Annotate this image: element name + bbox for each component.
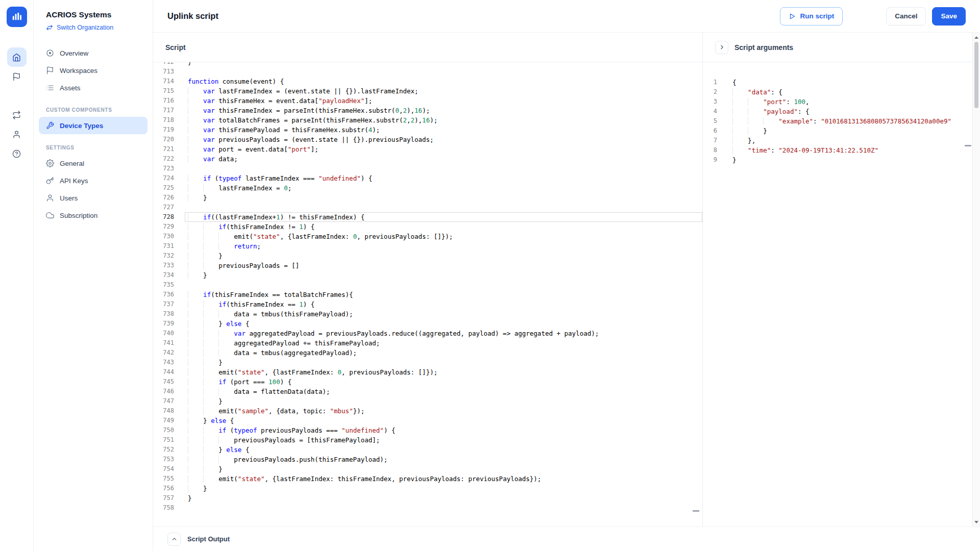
code-line-716[interactable]: 716 var thisFrameHex = event.data["paylo… bbox=[153, 96, 702, 106]
sidebar-item-users[interactable]: Users bbox=[39, 189, 148, 207]
code-line-content[interactable]: } bbox=[185, 484, 702, 493]
code-line-content[interactable]: { bbox=[725, 78, 972, 87]
code-line-736[interactable]: 736 if(thisFrameIndex == totalBatchFrame… bbox=[153, 290, 702, 299]
code-line-content[interactable] bbox=[185, 67, 702, 77]
code-line-content[interactable]: }, bbox=[725, 136, 972, 145]
code-line-739[interactable]: 739 } else { bbox=[153, 319, 702, 329]
code-line-712[interactable]: 712} bbox=[153, 62, 702, 67]
code-line-content[interactable]: data = tmbus(aggregatedPayload); bbox=[185, 348, 702, 358]
code-line-content[interactable]: data = flattenData(data); bbox=[185, 387, 702, 396]
sidebar-item-workspaces[interactable]: Workspaces bbox=[39, 62, 148, 79]
code-line-content[interactable]: emit("sample", {data, topic: "mbus"}); bbox=[185, 406, 702, 416]
code-line-content[interactable]: previousPayloads = [thisFramePayload]; bbox=[185, 435, 702, 445]
code-line-content[interactable]: } bbox=[185, 358, 702, 367]
code-line-content[interactable]: var totalBatchFrames = parseInt(thisFram… bbox=[185, 115, 702, 125]
code-line-744[interactable]: 744 emit("state", {lastFrameIndex: 0, pr… bbox=[153, 367, 702, 377]
expand-output-button[interactable] bbox=[167, 533, 181, 546]
rail-swap-button[interactable] bbox=[7, 105, 27, 124]
sidebar-item-device-types[interactable]: Device Types bbox=[39, 117, 148, 134]
code-line-6[interactable]: 6 } bbox=[703, 126, 972, 136]
collapse-args-button[interactable] bbox=[715, 41, 728, 54]
acrios-logo[interactable] bbox=[7, 7, 27, 27]
code-line-726[interactable]: 726 } bbox=[153, 193, 702, 203]
code-line-content[interactable]: var port = event.data["port"]; bbox=[185, 144, 702, 154]
rail-user-button[interactable] bbox=[7, 124, 27, 144]
code-line-722[interactable]: 722 var data; bbox=[153, 154, 702, 164]
code-line-content[interactable]: } else { bbox=[185, 416, 702, 425]
code-line-748[interactable]: 748 emit("sample", {data, topic: "mbus"}… bbox=[153, 406, 702, 416]
vertical-scrollbar[interactable] bbox=[972, 33, 980, 527]
code-line-content[interactable]: } bbox=[185, 62, 702, 67]
code-line-714[interactable]: 714function consume(event) { bbox=[153, 77, 702, 86]
code-line-9[interactable]: 9} bbox=[703, 155, 972, 165]
code-line-content[interactable]: function consume(event) { bbox=[185, 77, 702, 86]
code-line-content[interactable]: aggregatedPayload += thisFramePayload; bbox=[185, 338, 702, 348]
code-line-content[interactable]: return; bbox=[185, 241, 702, 251]
code-line-content[interactable]: if (port === 100) { bbox=[185, 377, 702, 387]
code-line-content[interactable]: emit("state", {lastFrameIndex: 0, previo… bbox=[185, 232, 702, 241]
code-line-content[interactable]: "payload": { bbox=[725, 107, 972, 116]
code-line-745[interactable]: 745 if (port === 100) { bbox=[153, 377, 702, 387]
code-line-content[interactable]: var previousPayloads = (event.state || {… bbox=[185, 135, 702, 144]
code-line-content[interactable]: } bbox=[185, 251, 702, 261]
code-line-8[interactable]: 8 "time": "2024-09-19T13:41:22.510Z" bbox=[703, 145, 972, 155]
code-line-content[interactable]: } bbox=[185, 493, 702, 503]
code-line-content[interactable]: var thisFrameHex = event.data["payloadHe… bbox=[185, 96, 702, 106]
cancel-button[interactable]: Cancel bbox=[886, 7, 926, 26]
code-line-content[interactable]: if(thisFrameIndex == totalBatchFrames){ bbox=[185, 290, 702, 299]
code-line-738[interactable]: 738 data = tmbus(thisFramePayload); bbox=[153, 309, 702, 319]
code-line-content[interactable]: if((lastFrameIndex+1) != thisFrameIndex)… bbox=[185, 212, 702, 222]
code-line-content[interactable]: var aggregatedPayload = previousPayloads… bbox=[185, 329, 702, 338]
code-line-content[interactable]: "port": 100, bbox=[725, 97, 972, 107]
code-line-content[interactable]: var thisFramePayload = thisFrameHex.subs… bbox=[185, 125, 702, 135]
code-line-733[interactable]: 733 previousPayloads = [] bbox=[153, 261, 702, 270]
code-line-content[interactable]: previousPayloads.push(thisFramePayload); bbox=[185, 455, 702, 464]
code-line-content[interactable]: } bbox=[725, 126, 972, 136]
code-line-720[interactable]: 720 var previousPayloads = (event.state … bbox=[153, 135, 702, 144]
code-line-723[interactable]: 723 bbox=[153, 164, 702, 173]
code-line-content[interactable] bbox=[185, 203, 702, 212]
code-line-730[interactable]: 730 emit("state", {lastFrameIndex: 0, pr… bbox=[153, 232, 702, 241]
code-line-content[interactable]: var lastFrameIndex = (event.state || {})… bbox=[185, 86, 702, 96]
code-line-753[interactable]: 753 previousPayloads.push(thisFramePaylo… bbox=[153, 455, 702, 464]
code-line-content[interactable]: if(thisFrameIndex != 1) { bbox=[185, 222, 702, 232]
code-line-718[interactable]: 718 var totalBatchFrames = parseInt(this… bbox=[153, 115, 702, 125]
code-line-732[interactable]: 732 } bbox=[153, 251, 702, 261]
code-line-content[interactable]: previousPayloads = [] bbox=[185, 261, 702, 270]
scrollbar-up-arrow[interactable] bbox=[973, 34, 980, 41]
code-line-content[interactable]: } bbox=[185, 270, 702, 280]
code-line-755[interactable]: 755 emit("state", {lastFrameIndex: thisF… bbox=[153, 474, 702, 484]
sidebar-item-general[interactable]: General bbox=[39, 155, 148, 172]
code-line-717[interactable]: 717 var thisFrameIndex = parseInt(thisFr… bbox=[153, 106, 702, 115]
code-line-756[interactable]: 756 } bbox=[153, 484, 702, 493]
code-line-750[interactable]: 750 if (typeof previousPayloads === "und… bbox=[153, 425, 702, 435]
rail-help-button[interactable] bbox=[7, 144, 27, 163]
code-line-728[interactable]: 728 if((lastFrameIndex+1) != thisFrameIn… bbox=[153, 212, 702, 222]
code-line-7[interactable]: 7 }, bbox=[703, 136, 972, 145]
scrollbar-thumb[interactable] bbox=[974, 42, 978, 108]
code-line-735[interactable]: 735 bbox=[153, 280, 702, 290]
code-line-content[interactable] bbox=[185, 503, 702, 513]
code-line-725[interactable]: 725 lastFrameIndex = 0; bbox=[153, 183, 702, 193]
rail-home-button[interactable] bbox=[7, 47, 27, 67]
code-line-content[interactable] bbox=[185, 164, 702, 173]
code-line-752[interactable]: 752 } else { bbox=[153, 445, 702, 455]
code-line-content[interactable]: if (typeof lastFrameIndex === "undefined… bbox=[185, 173, 702, 183]
code-line-content[interactable]: data = tmbus(thisFramePayload); bbox=[185, 309, 702, 319]
code-line-content[interactable]: emit("state", {lastFrameIndex: 0, previo… bbox=[185, 367, 702, 377]
script-code-editor[interactable]: 712}713714function consume(event) {715 v… bbox=[153, 62, 702, 527]
code-line-content[interactable]: } bbox=[185, 396, 702, 406]
sidebar-item-api-keys[interactable]: API Keys bbox=[39, 172, 148, 189]
code-line-757[interactable]: 757} bbox=[153, 493, 702, 503]
code-line-758[interactable]: 758 bbox=[153, 503, 702, 513]
code-line-746[interactable]: 746 data = flattenData(data); bbox=[153, 387, 702, 396]
code-line-1[interactable]: 1{ bbox=[703, 78, 972, 87]
code-line-content[interactable]: } bbox=[725, 155, 972, 165]
code-line-content[interactable] bbox=[185, 280, 702, 290]
code-line-715[interactable]: 715 var lastFrameIndex = (event.state ||… bbox=[153, 86, 702, 96]
code-line-content[interactable]: var thisFrameIndex = parseInt(thisFrameH… bbox=[185, 106, 702, 115]
code-line-721[interactable]: 721 var port = event.data["port"]; bbox=[153, 144, 702, 154]
code-line-742[interactable]: 742 data = tmbus(aggregatedPayload); bbox=[153, 348, 702, 358]
code-line-content[interactable]: lastFrameIndex = 0; bbox=[185, 183, 702, 193]
sidebar-item-subscription[interactable]: Subscription bbox=[39, 207, 148, 224]
